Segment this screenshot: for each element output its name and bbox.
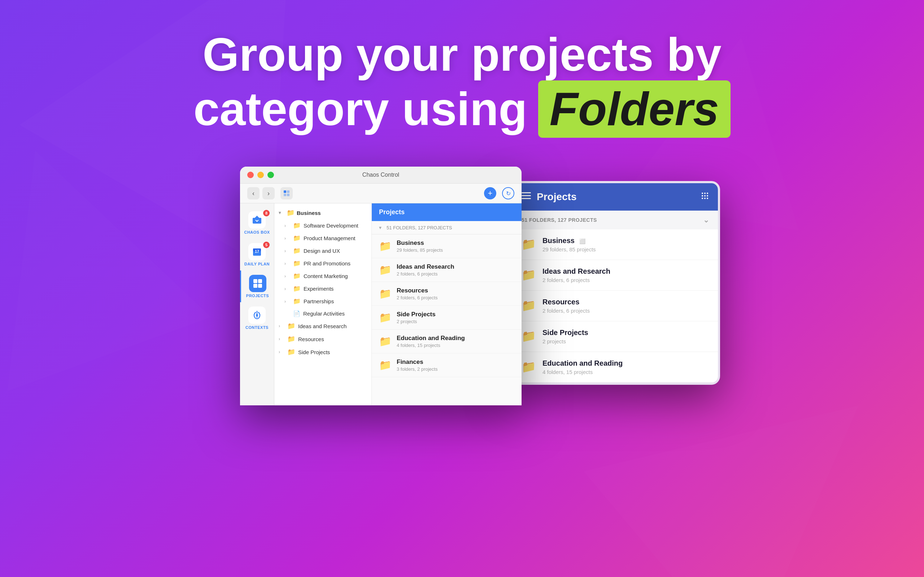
software-dev-label: Software Development bbox=[304, 222, 359, 229]
education-info: Education and Reading 4 folders, 15 proj… bbox=[397, 335, 465, 348]
tree-partnerships[interactable]: › 📁 Partnerships bbox=[274, 295, 372, 308]
design-ux-label: Design and UX bbox=[304, 248, 340, 254]
design-ux-chevron: › bbox=[284, 248, 290, 253]
tree-content-marketing[interactable]: › 📁 Content Marketing bbox=[274, 270, 372, 282]
business-root-label: Business bbox=[297, 210, 321, 216]
tree-resources[interactable]: › 📁 Resources bbox=[274, 332, 372, 345]
project-folder-resources[interactable]: 📁 Resources 2 folders, 6 projects bbox=[372, 282, 522, 306]
svg-rect-1 bbox=[287, 190, 289, 193]
regular-activities-label: Regular Activities bbox=[303, 311, 345, 317]
svg-point-21 bbox=[707, 195, 708, 197]
svg-point-16 bbox=[702, 193, 703, 194]
mobile-folder-side[interactable]: 📁 Side Projects 2 projects bbox=[513, 321, 718, 352]
content-marketing-label: Content Marketing bbox=[304, 273, 348, 279]
svg-point-19 bbox=[702, 195, 703, 197]
business-folder-name: Business bbox=[397, 239, 443, 247]
projects-count-bar[interactable]: ▾ 51 FOLDERS, 127 PROJECTS bbox=[372, 221, 522, 234]
tree-experiments[interactable]: › 📁 Experiments bbox=[274, 282, 372, 295]
pr-promotions-chevron: › bbox=[284, 261, 290, 266]
mobile-title: Projects bbox=[537, 191, 695, 203]
tree-design-ux[interactable]: › 📁 Design and UX bbox=[274, 245, 372, 257]
regular-activities-doc-icon: 📄 bbox=[293, 310, 300, 317]
side-folder-meta: 2 projects bbox=[397, 319, 436, 324]
add-button[interactable]: + bbox=[484, 187, 496, 200]
projects-panel-header: Projects bbox=[372, 203, 522, 221]
mobile-folder-education[interactable]: 📁 Education and Reading 4 folders, 15 pr… bbox=[513, 352, 718, 383]
mobile-business-name: Business ⬜ bbox=[543, 237, 596, 245]
software-dev-folder-icon: 📁 bbox=[293, 222, 300, 229]
hero-line2-prefix: category using bbox=[194, 83, 527, 135]
svg-rect-3 bbox=[287, 193, 289, 196]
hero-line2: category using Folders bbox=[194, 81, 730, 138]
resources-folder-meta: 2 folders, 6 projects bbox=[397, 295, 438, 300]
screenshots-container: Chaos Control ‹ › + ↻ bbox=[0, 167, 924, 405]
projects-header-label: Projects bbox=[379, 208, 405, 216]
project-folder-side[interactable]: 📁 Side Projects 2 projects bbox=[372, 306, 522, 330]
svg-rect-13 bbox=[522, 192, 531, 193]
chaos-box-label: CHAOS BOX bbox=[244, 230, 270, 234]
experiments-label: Experiments bbox=[304, 285, 333, 292]
experiments-chevron: › bbox=[284, 286, 290, 292]
hero-line1: Group your projects by bbox=[194, 29, 730, 81]
sidebar-item-contexts[interactable]: CONTEXTS bbox=[240, 302, 274, 334]
contexts-label: CONTEXTS bbox=[246, 325, 268, 330]
mobile-folder-business[interactable]: 📁 Business ⬜ 29 folders, 85 projects bbox=[513, 229, 718, 260]
mac-btn-maximize[interactable] bbox=[267, 172, 274, 178]
tree-business-root[interactable]: ▾ 📁 Business bbox=[274, 206, 372, 219]
business-folder-meta: 29 folders, 85 projects bbox=[397, 247, 443, 253]
projects-count-text: 51 FOLDERS, 127 PROJECTS bbox=[386, 225, 452, 230]
svg-rect-11 bbox=[258, 284, 262, 288]
mobile-count-bar: 51 FOLDERS, 127 PROJECTS ⌄ bbox=[513, 211, 718, 229]
tree-regular-activities[interactable]: 📄 Regular Activities bbox=[274, 308, 372, 319]
experiments-folder-icon: 📁 bbox=[293, 285, 300, 292]
mobile-menu-icon[interactable] bbox=[522, 192, 531, 201]
project-folder-business[interactable]: 📁 Business 29 folders, 85 projects bbox=[372, 234, 522, 258]
mobile-side-meta: 2 projects bbox=[543, 338, 588, 344]
mobile-side-name: Side Projects bbox=[543, 329, 588, 337]
mobile-business-meta: 29 folders, 85 projects bbox=[543, 246, 596, 253]
mobile-folder-resources[interactable]: 📁 Resources 2 folders, 6 projects bbox=[513, 291, 718, 321]
refresh-button[interactable]: ↻ bbox=[502, 187, 514, 200]
svg-rect-2 bbox=[284, 193, 286, 196]
finances-folder-icon: 📁 bbox=[379, 359, 392, 371]
sidebar-item-daily-plan[interactable]: 5 17 DAILY PLAN bbox=[240, 239, 274, 271]
layout-toggle-button[interactable] bbox=[281, 187, 293, 200]
business-chevron-icon: ▾ bbox=[279, 210, 284, 215]
mobile-grid-icon[interactable] bbox=[701, 192, 709, 202]
forward-button[interactable]: › bbox=[262, 187, 275, 200]
project-folder-finances[interactable]: 📁 Finances 3 folders, 2 projects bbox=[372, 353, 522, 377]
tree-pr-promotions[interactable]: › 📁 PR and Promotions bbox=[274, 257, 372, 270]
mac-btn-minimize[interactable] bbox=[257, 172, 264, 178]
tree-side-projects[interactable]: › 📁 Side Projects bbox=[274, 345, 372, 358]
projects-icon bbox=[249, 275, 267, 292]
mobile-education-meta: 4 folders, 15 projects bbox=[543, 369, 623, 375]
business-folder-icon-main: 📁 bbox=[379, 240, 392, 252]
side-info: Side Projects 2 projects bbox=[397, 311, 436, 324]
mac-btn-close[interactable] bbox=[247, 172, 254, 178]
svg-point-20 bbox=[704, 195, 706, 197]
sidebar-item-chaos-box[interactable]: 8 CHAOS BOX bbox=[240, 207, 274, 239]
mobile-ideas-folder-icon: 📁 bbox=[522, 268, 536, 282]
tree-software-dev[interactable]: › 📁 Software Development bbox=[274, 219, 372, 232]
resources-label: Resources bbox=[298, 336, 324, 342]
mobile-business-folder-icon: 📁 bbox=[522, 237, 536, 251]
mobile-resources-name: Resources bbox=[543, 298, 590, 306]
education-folder-name: Education and Reading bbox=[397, 335, 465, 342]
project-folder-ideas[interactable]: 📁 Ideas and Research 2 folders, 6 projec… bbox=[372, 258, 522, 282]
side-projects-label: Side Projects bbox=[298, 349, 330, 355]
toolbar-nav: ‹ › bbox=[247, 187, 275, 200]
tree-ideas-research[interactable]: › 📁 Ideas and Research bbox=[274, 319, 372, 332]
ideas-info: Ideas and Research 2 folders, 6 projects bbox=[397, 263, 454, 277]
sidebar-item-projects[interactable]: PROJECTS bbox=[240, 271, 274, 302]
pr-promotions-label: PR and Promotions bbox=[304, 260, 351, 266]
mobile-folder-ideas[interactable]: 📁 Ideas and Research 2 folders, 6 projec… bbox=[513, 260, 718, 291]
mobile-ideas-info: Ideas and Research 2 folders, 6 projects bbox=[543, 267, 611, 283]
tree-product-mgmt[interactable]: › 📁 Product Management bbox=[274, 232, 372, 245]
svg-rect-4 bbox=[253, 218, 261, 224]
back-button[interactable]: ‹ bbox=[247, 187, 260, 200]
svg-point-22 bbox=[702, 198, 703, 199]
product-mgmt-chevron: › bbox=[284, 236, 290, 241]
software-dev-chevron: › bbox=[284, 223, 290, 228]
side-projects-chevron: › bbox=[279, 350, 284, 355]
project-folder-education[interactable]: 📁 Education and Reading 4 folders, 15 pr… bbox=[372, 330, 522, 353]
